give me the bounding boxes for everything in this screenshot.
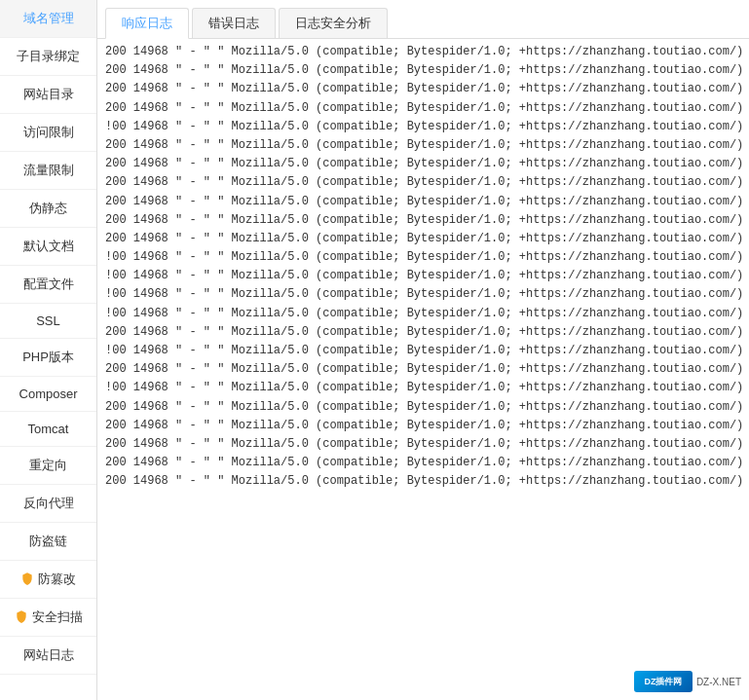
sidebar-item-label-0: 域名管理 <box>23 10 74 27</box>
log-line-23: 200 14968 " - " " Mozilla/5.0 (compatibl… <box>101 472 749 491</box>
log-line-14: !00 14968 " - " " Mozilla/5.0 (compatibl… <box>101 305 749 323</box>
sidebar-item-label-1: 子目录绑定 <box>17 48 80 65</box>
sidebar-item-label-12: 重定向 <box>29 457 67 474</box>
sidebar-item-10[interactable]: Composer <box>0 377 96 412</box>
log-line-13: !00 14968 " - " " Mozilla/5.0 (compatibl… <box>101 285 749 304</box>
sidebar-item-17[interactable]: 网站日志 <box>0 637 96 675</box>
sidebar-item-label-11: Tomcat <box>28 422 69 436</box>
sidebar-item-3[interactable]: 访问限制 <box>0 114 96 152</box>
log-container[interactable]: 200 14968 " - " " Mozilla/5.0 (compatibl… <box>97 39 749 700</box>
log-line-10: 200 14968 " - " " Mozilla/5.0 (compatibl… <box>101 230 749 248</box>
sidebar-item-5[interactable]: 伪静态 <box>0 190 96 228</box>
log-line-19: 200 14968 " - " " Mozilla/5.0 (compatibl… <box>101 398 749 417</box>
log-line-5: 200 14968 " - " " Mozilla/5.0 (compatibl… <box>101 136 749 155</box>
sidebar-item-label-2: 网站目录 <box>23 86 74 103</box>
log-line-16: !00 14968 " - " " Mozilla/5.0 (compatibl… <box>101 342 749 360</box>
log-line-21: 200 14968 " - " " Mozilla/5.0 (compatibl… <box>101 435 749 454</box>
sidebar-item-label-5: 伪静态 <box>29 200 67 217</box>
log-line-22: 200 14968 " - " " Mozilla/5.0 (compatibl… <box>101 454 749 472</box>
sidebar-item-0[interactable]: 域名管理 <box>0 0 96 38</box>
log-line-20: 200 14968 " - " " Mozilla/5.0 (compatibl… <box>101 417 749 435</box>
shield-icon <box>15 609 28 626</box>
sidebar-item-label-7: 配置文件 <box>23 276 74 293</box>
sidebar-item-6[interactable]: 默认文档 <box>0 228 96 266</box>
main-content: 响应日志错误日志日志安全分析 200 14968 " - " " Mozilla… <box>97 0 749 700</box>
sidebar-item-15[interactable]: 防篡改 <box>0 561 96 599</box>
log-line-9: 200 14968 " - " " Mozilla/5.0 (compatibl… <box>101 211 749 230</box>
tab-0[interactable]: 响应日志 <box>105 8 189 39</box>
sidebar-item-11[interactable]: Tomcat <box>0 412 96 447</box>
sidebar-item-4[interactable]: 流量限制 <box>0 152 96 190</box>
sidebar-item-label-15: 防篡改 <box>38 571 76 588</box>
sidebar-item-9[interactable]: PHP版本 <box>0 339 96 377</box>
sidebar-item-14[interactable]: 防盗链 <box>0 523 96 561</box>
watermark-domain: DZ-X.NET <box>696 677 741 687</box>
sidebar-item-label-13: 反向代理 <box>23 495 74 512</box>
log-line-17: 200 14968 " - " " Mozilla/5.0 (compatibl… <box>101 360 749 379</box>
sidebar-item-label-8: SSL <box>36 313 60 328</box>
sidebar-item-13[interactable]: 反向代理 <box>0 485 96 523</box>
log-line-2: 200 14968 " - " " Mozilla/5.0 (compatibl… <box>101 80 749 98</box>
sidebar-item-12[interactable]: 重定向 <box>0 447 96 485</box>
watermark: DZ插件网 DZ-X.NET <box>634 671 741 692</box>
log-line-3: 200 14968 " - " " Mozilla/5.0 (compatibl… <box>101 99 749 118</box>
sidebar-item-label-9: PHP版本 <box>22 349 74 366</box>
sidebar-item-label-3: 访问限制 <box>23 124 74 141</box>
log-line-18: !00 14968 " - " " Mozilla/5.0 (compatibl… <box>101 379 749 397</box>
tabs-bar: 响应日志错误日志日志安全分析 <box>97 0 749 39</box>
log-line-0: 200 14968 " - " " Mozilla/5.0 (compatibl… <box>101 43 749 61</box>
sidebar-item-label-14: 防盗链 <box>29 533 67 550</box>
sidebar-item-1[interactable]: 子目录绑定 <box>0 38 96 76</box>
log-line-11: !00 14968 " - " " Mozilla/5.0 (compatibl… <box>101 248 749 267</box>
log-line-7: 200 14968 " - " " Mozilla/5.0 (compatibl… <box>101 173 749 192</box>
sidebar-item-2[interactable]: 网站目录 <box>0 76 96 114</box>
sidebar-item-16[interactable]: 安全扫描 <box>0 599 96 637</box>
sidebar: 域名管理子目录绑定网站目录访问限制流量限制伪静态默认文档配置文件SSLPHP版本… <box>0 0 97 700</box>
sidebar-item-label-10: Composer <box>19 387 78 401</box>
sidebar-item-label-4: 流量限制 <box>23 162 74 179</box>
log-line-4: !00 14968 " - " " Mozilla/5.0 (compatibl… <box>101 118 749 136</box>
sidebar-item-label-16: 安全扫描 <box>32 608 83 626</box>
log-line-15: 200 14968 " - " " Mozilla/5.0 (compatibl… <box>101 323 749 342</box>
watermark-logo: DZ插件网 <box>634 671 693 692</box>
sidebar-item-label-17: 网站日志 <box>23 646 74 664</box>
watermark-logo-text: DZ插件网 <box>644 676 682 688</box>
tab-2[interactable]: 日志安全分析 <box>279 8 388 38</box>
log-content: 200 14968 " - " " Mozilla/5.0 (compatibl… <box>101 43 749 492</box>
log-line-12: !00 14968 " - " " Mozilla/5.0 (compatibl… <box>101 267 749 285</box>
sidebar-item-8[interactable]: SSL <box>0 304 96 339</box>
log-line-8: 200 14968 " - " " Mozilla/5.0 (compatibl… <box>101 193 749 211</box>
log-line-1: 200 14968 " - " " Mozilla/5.0 (compatibl… <box>101 61 749 80</box>
tab-1[interactable]: 错误日志 <box>192 8 276 38</box>
sidebar-item-label-6: 默认文档 <box>23 238 74 255</box>
sidebar-item-7[interactable]: 配置文件 <box>0 266 96 304</box>
log-line-6: 200 14968 " - " " Mozilla/5.0 (compatibl… <box>101 155 749 173</box>
shield-icon <box>20 571 34 588</box>
